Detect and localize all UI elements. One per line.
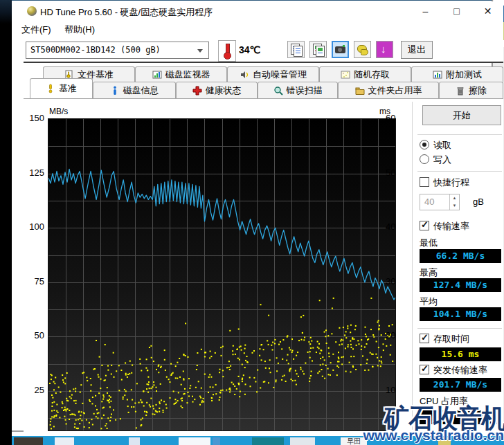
minimize-button[interactable]: –	[410, 1, 441, 21]
tab-label: 随机存取	[354, 69, 390, 81]
title-bar: HD Tune Pro 5.60 - 硬盘/固态硬盘实用程序 – □ ✕	[24, 1, 503, 21]
write-radio-label: 写入	[433, 154, 451, 166]
tab-erase[interactable]: 擦除	[439, 82, 503, 98]
tab-health[interactable]: 健康状态	[176, 82, 258, 98]
menu-bar: 文件(F) 帮助(H)	[24, 21, 503, 37]
screenshot-button[interactable]	[332, 41, 349, 58]
burst-rate-checkbox[interactable]	[420, 365, 429, 374]
taskbar[interactable]: 早田	[0, 436, 504, 445]
avg-value-display: 104.1 MB/s	[420, 307, 501, 321]
drive-select[interactable]: ST500DM002-1BD142 (500 gB)	[26, 42, 209, 59]
transfer-rate-label: 传输速率	[433, 220, 469, 233]
erase-icon	[456, 86, 465, 96]
tab-label: 自动噪音管理	[253, 69, 307, 81]
left-edge-overlay	[0, 0, 12, 445]
burst-rate-display: 201.7 MB/s	[420, 378, 501, 392]
read-radio[interactable]	[420, 140, 429, 149]
short-stroke-checkbox[interactable]	[420, 177, 429, 187]
min-value-display: 66.2 MB/s	[420, 249, 501, 263]
window-title: HD Tune Pro 5.60 - 硬盘/固态硬盘实用程序	[40, 6, 213, 19]
transfer-rate-checkbox[interactable]	[420, 221, 429, 230]
axis-tick-label: 60	[386, 113, 395, 123]
taskbar-item[interactable]	[179, 437, 210, 445]
extra-tests-icon	[433, 70, 442, 80]
tab-label: 错误扫描	[287, 84, 323, 97]
tab-label: 磁盘信息	[123, 84, 159, 97]
tab-benchmark[interactable]: 基准	[30, 78, 93, 98]
max-value-display: 127.4 MB/s	[420, 278, 501, 292]
axis-tick-label: 75	[23, 276, 44, 287]
taskbar-item[interactable]	[129, 437, 140, 445]
tab-error-scan[interactable]: 错误扫描	[258, 82, 338, 98]
health-icon	[192, 86, 202, 96]
left-axis-unit: MB/s	[49, 107, 68, 116]
cpu-usage-display	[420, 410, 501, 424]
taskbar-item[interactable]	[290, 437, 315, 445]
taskbar-item[interactable]	[55, 437, 74, 445]
panel-divider	[412, 102, 413, 430]
capacity-unit-label: gB	[473, 197, 484, 207]
tab-disk-info[interactable]: 磁盘信息	[93, 82, 176, 98]
start-button[interactable]: 开始	[422, 105, 501, 125]
tab-noise-manager[interactable]: 自动噪音管理	[227, 66, 319, 82]
chevron-down-icon	[197, 49, 203, 53]
spin-down-icon[interactable]: ▼	[450, 202, 459, 210]
temperature-button[interactable]	[218, 40, 236, 62]
taskbar-item[interactable]	[213, 437, 220, 445]
tab-folder-usage[interactable]: 文件夹占用率	[338, 82, 439, 98]
benchmark-chart	[48, 118, 396, 431]
folder-usage-icon	[355, 86, 365, 96]
short-stroke-label: 快捷行程	[433, 176, 469, 189]
write-radio[interactable]	[420, 154, 429, 164]
disk-monitor-icon	[152, 70, 162, 80]
app-icon	[27, 6, 37, 16]
spin-up-icon[interactable]: ▲	[450, 194, 459, 202]
maximize-button[interactable]: □	[441, 1, 472, 21]
max-label: 最高	[420, 266, 438, 279]
tab-label: 附加测试	[446, 69, 482, 81]
min-label: 最低	[420, 237, 438, 249]
close-button[interactable]: ✕	[472, 1, 503, 21]
chart-canvas	[48, 119, 395, 430]
axis-tick-label: 30	[386, 276, 395, 287]
random-access-icon	[341, 70, 350, 80]
tab-extra-tests[interactable]: 附加测试	[411, 66, 503, 82]
axis-tick-label: 40	[386, 221, 395, 232]
toolbar: ST500DM002-1BD142 (500 gB) 34℃	[24, 37, 503, 63]
tab-label: 磁盘监视器	[165, 69, 210, 81]
download-arrow-icon: ↓	[381, 43, 386, 55]
access-time-label: 存取时间	[433, 333, 469, 345]
exit-button[interactable]: 退出	[401, 41, 433, 59]
copy-image-button[interactable]	[309, 41, 327, 58]
disk-info-icon	[110, 86, 120, 96]
access-time-checkbox[interactable]	[420, 334, 429, 343]
error-scan-icon	[273, 86, 283, 96]
read-radio-label: 读取	[433, 139, 451, 152]
highlight-tool-button[interactable]	[354, 41, 371, 58]
taskbar-item[interactable]: 早田	[341, 437, 367, 445]
axis-tick-label: 50	[23, 330, 44, 340]
cpu-usage-label: CPU 占用率	[420, 395, 468, 408]
axis-tick-label: 50	[386, 167, 395, 178]
noise-manager-icon	[240, 70, 249, 80]
screen: 早田 HD Tune Pro 5.60 - 硬盘/固态硬盘实用程序 – □ ✕ …	[0, 0, 504, 445]
tab-random-access[interactable]: 随机存取	[319, 66, 411, 82]
avg-label: 平均	[420, 296, 438, 308]
taskbar-item[interactable]	[438, 437, 451, 445]
app-window: HD Tune Pro 5.60 - 硬盘/固态硬盘实用程序 – □ ✕ 文件(…	[12, 0, 492, 432]
menu-file[interactable]: 文件(F)	[21, 24, 51, 36]
copy-text-button[interactable]	[287, 41, 305, 58]
tab-label: 文件夹占用率	[368, 84, 422, 97]
benchmark-icon	[46, 84, 55, 93]
save-screenshot-button[interactable]: ↓	[376, 41, 393, 58]
drive-select-value: ST500DM002-1BD142 (500 gB)	[30, 45, 161, 55]
taskbar-item[interactable]	[252, 437, 284, 445]
tab-label: 基准	[59, 82, 77, 95]
menu-help[interactable]: 帮助(H)	[64, 24, 95, 36]
axis-tick-label: 10	[386, 385, 395, 395]
access-time-display: 15.6 ms	[420, 347, 501, 361]
capacity-input[interactable]: 40 ▲ ▼	[420, 194, 460, 210]
tab-disk-monitor[interactable]: 磁盘监视器	[135, 66, 227, 82]
taskbar-item[interactable]	[14, 437, 43, 445]
tab-label: 擦除	[469, 84, 487, 97]
